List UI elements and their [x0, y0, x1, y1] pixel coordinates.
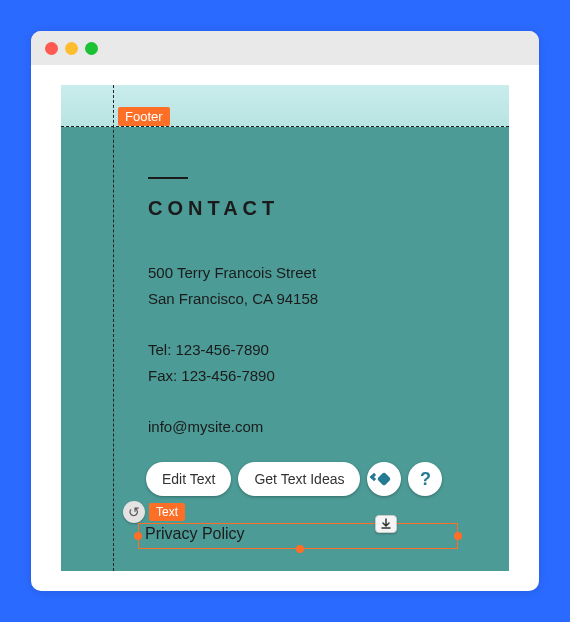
minimize-icon[interactable]	[65, 42, 78, 55]
download-button[interactable]	[375, 515, 397, 533]
edit-text-button[interactable]: Edit Text	[146, 462, 231, 496]
close-icon[interactable]	[45, 42, 58, 55]
animation-icon	[375, 472, 393, 486]
get-text-ideas-button[interactable]: Get Text Ideas	[238, 462, 360, 496]
guide-line	[113, 85, 114, 571]
reset-button[interactable]: ↺	[123, 501, 145, 523]
phone-block: Tel: 123-456-7890 Fax: 123-456-7890	[148, 337, 318, 388]
element-label-text: Text	[149, 503, 185, 521]
contact-heading: contact	[148, 197, 318, 220]
titlebar	[31, 31, 539, 65]
address-block: 500 Terry Francois Street San Francisco,…	[148, 260, 318, 311]
help-button[interactable]: ?	[408, 462, 442, 496]
download-icon	[380, 518, 392, 530]
text-toolbar: Edit Text Get Text Ideas ?	[146, 462, 442, 496]
email-block: info@mysite.com	[148, 414, 318, 440]
undo-icon: ↺	[128, 504, 140, 520]
selection-box[interactable]: Privacy Policy	[138, 523, 458, 549]
tel-line: Tel: 123-456-7890	[148, 337, 318, 363]
editor-canvas[interactable]: Footer contact 500 Terry Francois Street…	[61, 85, 509, 571]
animation-button[interactable]	[367, 462, 401, 496]
address-line-2: San Francisco, CA 94158	[148, 286, 318, 312]
browser-window: Footer contact 500 Terry Francois Street…	[31, 31, 539, 591]
email-line: info@mysite.com	[148, 414, 318, 440]
reset-group: ↺ Text	[123, 501, 185, 523]
footer-content: contact 500 Terry Francois Street San Fr…	[148, 177, 318, 466]
section-label-footer: Footer	[118, 107, 170, 126]
selected-text[interactable]: Privacy Policy	[145, 525, 245, 543]
resize-handle-left[interactable]	[134, 532, 142, 540]
fax-line: Fax: 123-456-7890	[148, 363, 318, 389]
help-icon: ?	[420, 469, 431, 490]
maximize-icon[interactable]	[85, 42, 98, 55]
resize-handle-bottom[interactable]	[296, 545, 304, 553]
resize-handle-right[interactable]	[454, 532, 462, 540]
address-line-1: 500 Terry Francois Street	[148, 260, 318, 286]
heading-rule	[148, 177, 188, 179]
